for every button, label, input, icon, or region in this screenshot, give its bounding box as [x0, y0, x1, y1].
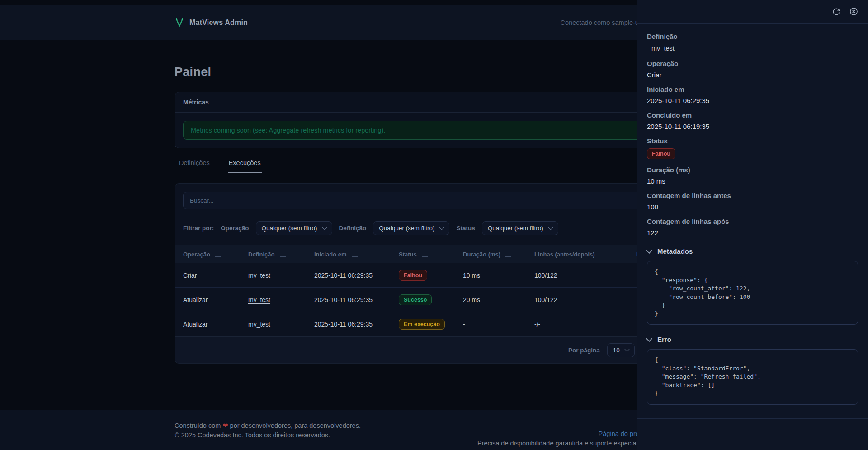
- col-status: Status: [399, 251, 417, 258]
- drawer-divider: [637, 418, 868, 419]
- col-operation: Operação: [183, 251, 210, 258]
- table-row[interactable]: Atualizar mv_test 2025-10-11 06:29:35 Em…: [175, 312, 693, 336]
- chevron-down-icon: [322, 225, 327, 230]
- sort-icon[interactable]: [352, 252, 358, 257]
- duration-label: Duração (ms): [647, 166, 858, 174]
- cell-operation: Criar: [183, 272, 248, 279]
- brand-name: MatViews Admin: [189, 19, 248, 27]
- chevron-down-icon: [548, 225, 553, 230]
- drawer-toolbar: [637, 0, 868, 24]
- cell-rows: -/-: [534, 321, 636, 328]
- metrics-card: Métricas Metrics coming soon (see: Aggre…: [175, 92, 693, 148]
- support-text: Precisa de disponibilidade garantida e s…: [477, 440, 651, 447]
- status-badge: Sucesso: [399, 294, 432, 305]
- filter-operation-select[interactable]: Qualquer (sem filtro): [256, 221, 332, 235]
- metrics-card-title: Métricas: [175, 92, 693, 113]
- built-with-prefix: Construído com: [175, 422, 221, 429]
- chevron-down-icon: [624, 346, 629, 351]
- tabs: Definições Execuções: [175, 159, 693, 173]
- drawer-body: Definição mv_test Operação Criar Iniciad…: [637, 24, 868, 428]
- rows-before-label: Contagem de linhas antes: [647, 192, 858, 199]
- status-badge: Falhou: [399, 270, 427, 281]
- search-input[interactable]: [183, 192, 685, 209]
- cell-rows: 100/122: [534, 272, 636, 279]
- duration-value: 10 ms: [647, 177, 858, 185]
- metadata-section-toggle[interactable]: Metadados: [647, 247, 858, 255]
- rows-after-label: Contagem de linhas após: [647, 218, 858, 225]
- copyright: © 2025 Codevedas Inc. Todos os direitos …: [175, 431, 361, 440]
- filter-by-label: Filtrar por:: [183, 225, 214, 232]
- filters-row: Filtrar por: Operação Qualquer (sem filt…: [183, 221, 685, 235]
- operation-value: Criar: [647, 71, 858, 79]
- table-header-row: Operação Definição Iniciado em Status Du…: [175, 245, 693, 263]
- sort-icon[interactable]: [505, 252, 511, 257]
- tab-definitions[interactable]: Definições: [178, 159, 211, 173]
- definition-link[interactable]: mv_test: [248, 321, 270, 328]
- page-title: Painel: [175, 65, 693, 79]
- metadata-title: Metadados: [657, 247, 693, 255]
- cell-operation: Atualizar: [183, 296, 248, 303]
- filter-status-value: Qualquer (sem filtro): [488, 225, 543, 232]
- execution-detail-drawer: Definição mv_test Operação Criar Iniciad…: [637, 0, 868, 450]
- col-duration: Duração (ms): [463, 251, 500, 258]
- col-started-at: Iniciado em: [314, 251, 347, 258]
- status-label: Status: [647, 137, 858, 145]
- per-page-label: Por página: [568, 347, 600, 354]
- cell-duration: -: [463, 321, 534, 328]
- filter-operation-value: Qualquer (sem filtro): [262, 225, 317, 232]
- cell-started-at: 2025-10-11 06:29:35: [314, 321, 399, 328]
- chevron-down-icon: [439, 225, 444, 230]
- filter-definition-value: Qualquer (sem filtro): [379, 225, 434, 232]
- definition-link[interactable]: mv_test: [248, 272, 270, 279]
- pagination-bar: Por página 10 « ‹: [175, 336, 693, 363]
- status-badge: Em execução: [399, 319, 445, 330]
- metadata-json: { "response": { "row_count_after": 122, …: [647, 261, 858, 325]
- tab-executions[interactable]: Execuções: [228, 159, 262, 173]
- table-row[interactable]: Criar mv_test 2025-10-11 06:29:35 Falhou…: [175, 263, 693, 288]
- filter-definition-label: Definição: [339, 225, 367, 232]
- rows-before-value: 100: [647, 203, 858, 211]
- cell-started-at: 2025-10-11 06:29:35: [314, 296, 399, 303]
- rows-after-value: 122: [647, 229, 858, 237]
- built-with-suffix: por desenvolvedores, para desenvolvedore…: [230, 422, 361, 429]
- filter-operation-label: Operação: [221, 225, 249, 232]
- page-size-value: 10: [613, 347, 620, 354]
- executions-panel: Filtrar por: Operação Qualquer (sem filt…: [175, 183, 693, 364]
- sort-icon[interactable]: [422, 252, 428, 257]
- footer-credits: Construído com ❤ por desenvolvedores, pa…: [175, 421, 361, 440]
- definition-label: Definição: [647, 33, 858, 40]
- close-icon[interactable]: [849, 7, 858, 16]
- page-size-select[interactable]: 10: [607, 343, 635, 357]
- heart-icon: ❤: [222, 422, 228, 429]
- operation-label: Operação: [647, 60, 858, 67]
- sort-icon[interactable]: [215, 252, 221, 257]
- error-section-toggle[interactable]: Erro: [647, 336, 858, 343]
- logo-icon: [175, 18, 184, 28]
- error-json: { "class": "StandardError", "message": "…: [647, 349, 858, 405]
- table-row[interactable]: Atualizar mv_test 2025-10-11 06:29:35 Su…: [175, 288, 693, 312]
- filter-status-select[interactable]: Qualquer (sem filtro): [482, 221, 558, 235]
- sort-icon[interactable]: [280, 252, 286, 257]
- cell-duration: 20 ms: [463, 296, 534, 303]
- started-at-label: Iniciado em: [647, 85, 858, 93]
- error-title: Erro: [657, 336, 671, 343]
- brand: MatViews Admin: [175, 18, 248, 28]
- definition-link[interactable]: mv_test: [651, 45, 675, 52]
- refresh-icon[interactable]: [832, 8, 840, 16]
- filter-definition-select[interactable]: Qualquer (sem filtro): [373, 221, 449, 235]
- filter-status-label: Status: [456, 225, 475, 232]
- col-definition: Definição: [248, 251, 275, 258]
- status-badge: Falhou: [647, 148, 675, 159]
- cell-operation: Atualizar: [183, 321, 248, 328]
- chevron-down-icon: [646, 247, 652, 253]
- metrics-coming-soon-notice: Metrics coming soon (see: Aggregate refr…: [183, 121, 685, 140]
- cell-rows: 100/122: [534, 296, 636, 303]
- col-rows: Linhas (antes/depois): [534, 251, 595, 258]
- started-at-value: 2025-10-11 06:29:35: [647, 97, 858, 104]
- definition-link[interactable]: mv_test: [248, 296, 270, 303]
- cell-started-at: 2025-10-11 06:29:35: [314, 272, 399, 279]
- chevron-down-icon: [646, 335, 652, 341]
- main-content: Painel Métricas Metrics coming soon (see…: [175, 65, 693, 364]
- finished-at-label: Concluído em: [647, 111, 858, 119]
- cell-duration: 10 ms: [463, 272, 534, 279]
